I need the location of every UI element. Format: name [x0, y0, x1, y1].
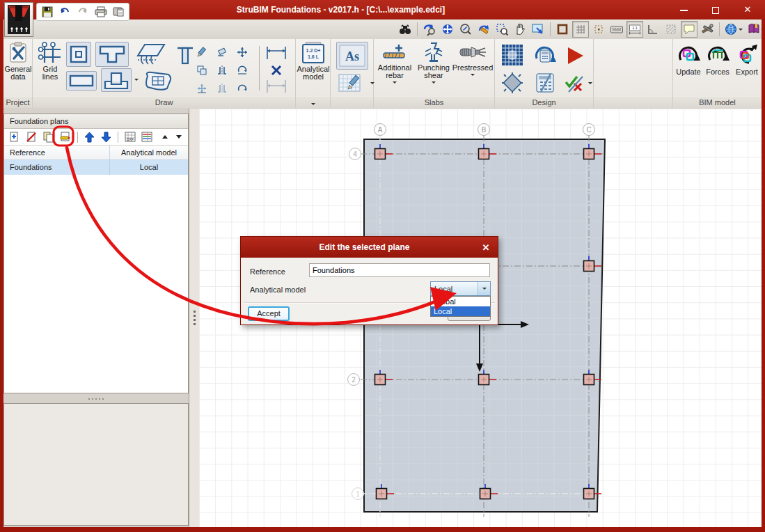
save-button[interactable]: [40, 4, 55, 19]
bim-update-button[interactable]: Update: [675, 43, 702, 76]
panel-splitter-horizontal[interactable]: [3, 394, 189, 403]
comments-toggle-button[interactable]: [681, 21, 697, 38]
analytical-dropdown-arrow[interactable]: [311, 103, 315, 105]
analytical-model-combobox[interactable]: Local: [430, 281, 491, 296]
zoom-extents-button[interactable]: [439, 21, 456, 38]
delete-dimension-button[interactable]: [264, 63, 289, 78]
add-plan-button[interactable]: [7, 130, 22, 144]
grid-toggle-button[interactable]: [572, 21, 589, 38]
strip-footing-button[interactable]: [66, 71, 97, 91]
rebar-text-button[interactable]: As: [336, 42, 368, 70]
slab-rebar-button[interactable]: [133, 40, 169, 68]
mirror-copy-button[interactable]: [215, 63, 229, 77]
snap-center-button[interactable]: [590, 21, 607, 38]
punching-shear-button[interactable]: Punching shear: [416, 42, 452, 84]
additional-rebar-dropdown-arrow[interactable]: [393, 81, 397, 84]
redo-button[interactable]: [75, 4, 90, 19]
edit-element-button[interactable]: [195, 45, 209, 59]
angle-button[interactable]: [645, 21, 661, 38]
move-element-button[interactable]: [235, 45, 249, 59]
search-binoculars-button[interactable]: [397, 21, 413, 38]
foundation-slab[interactable]: [364, 139, 605, 512]
copy-plan-button[interactable]: [41, 130, 56, 144]
combobox-arrow[interactable]: [478, 282, 490, 295]
edit-mesh-button[interactable]: [336, 72, 368, 93]
general-data-button[interactable]: General data: [4, 42, 32, 81]
inverted-t-dropdown-arrow[interactable]: [134, 79, 139, 81]
delete-plan-button[interactable]: [24, 130, 38, 144]
import-dxf-button[interactable]: DXF: [123, 130, 137, 144]
calculate-run-button[interactable]: [562, 43, 588, 68]
option-local[interactable]: Local: [431, 306, 490, 316]
collapse-up-button[interactable]: [159, 130, 171, 144]
mesh-view-button[interactable]: [499, 42, 526, 68]
pan-button[interactable]: [512, 21, 528, 38]
move-plan-up-button[interactable]: [82, 130, 97, 144]
screen-capture-button[interactable]: [530, 21, 546, 38]
language-button[interactable]: [723, 21, 744, 38]
grid-number-1: 1: [356, 490, 360, 498]
move-group-button[interactable]: [195, 81, 209, 95]
close-button[interactable]: ✕: [732, 0, 764, 19]
print-preview-button[interactable]: [111, 4, 126, 19]
keyboard-entry-button[interactable]: [608, 21, 625, 38]
dialog-close-button[interactable]: ✕: [474, 242, 498, 253]
punching-shear-dropdown-arrow[interactable]: [432, 81, 436, 84]
zoom-window-button[interactable]: [494, 21, 510, 38]
print-button[interactable]: [93, 4, 109, 19]
recalculate-button[interactable]: [531, 42, 559, 70]
mirror-element-button[interactable]: [215, 81, 229, 95]
delete-element-button[interactable]: [215, 45, 229, 59]
undo-button[interactable]: [58, 4, 73, 19]
reference-input[interactable]: [309, 263, 490, 277]
accept-button[interactable]: Accept: [248, 306, 290, 321]
toolbar-separator: [719, 22, 720, 36]
plan-row-foundations[interactable]: Foundations Local: [4, 160, 188, 175]
bim-export-button[interactable]: Export: [733, 43, 761, 76]
add-dimension-button[interactable]: [264, 45, 289, 61]
maximize-button[interactable]: [700, 0, 732, 19]
copy-element-button[interactable]: [195, 63, 209, 77]
check-dropdown-arrow[interactable]: [588, 82, 592, 84]
dxf-layers-button[interactable]: [140, 130, 155, 144]
design-options-button[interactable]: [531, 71, 559, 95]
config-tools-button[interactable]: [699, 21, 716, 38]
panel-splitter-vertical[interactable]: [189, 109, 199, 527]
rotate-element-button[interactable]: [235, 81, 249, 95]
additional-rebar-button[interactable]: Additional rebar: [375, 42, 414, 84]
preview-panel: 3D: [3, 403, 189, 526]
rotate-copy-icon: [237, 65, 248, 76]
text-tools-group-label: [331, 96, 373, 108]
analytical-model-button[interactable]: 1.2 D+1.6 L Analytical model: [298, 42, 329, 81]
dimension-toggle-button[interactable]: 1.1: [626, 21, 643, 38]
collapse-down-button[interactable]: [173, 130, 186, 144]
pad-footing-button[interactable]: [66, 42, 91, 67]
redraw-button[interactable]: [475, 21, 492, 38]
minimize-button[interactable]: [668, 0, 700, 19]
column-header-reference[interactable]: Reference: [4, 146, 110, 159]
toolbar-separator: [259, 46, 260, 91]
footing-beam-button[interactable]: [95, 42, 129, 67]
mat-foundation-button[interactable]: [141, 68, 175, 93]
language-dropdown-arrow: [739, 29, 743, 31]
prestressed-button[interactable]: Prestressed: [452, 42, 494, 76]
bim-forces-button[interactable]: Forces: [704, 43, 732, 76]
edit-plan-button[interactable]: [58, 130, 72, 144]
grid-lines-button[interactable]: Grid lines: [37, 42, 63, 81]
frame-toggle-button[interactable]: [554, 21, 571, 38]
column-header-analytical[interactable]: Analytical model: [110, 146, 188, 159]
option-global[interactable]: Global: [431, 297, 490, 306]
zoom-scale-button[interactable]: [457, 21, 474, 38]
deformed-mesh-button[interactable]: [499, 70, 526, 95]
move-plan-down-button[interactable]: [99, 130, 113, 144]
analytical-model-label: Analytical model: [297, 65, 329, 81]
hatch-toggle-button[interactable]: [663, 21, 679, 38]
zoom-previous-button[interactable]: [421, 21, 438, 38]
app-logo[interactable]: [4, 2, 33, 37]
rotate-copy-button[interactable]: [235, 63, 249, 77]
check-elements-button[interactable]: [562, 72, 587, 95]
prestressed-dropdown-arrow[interactable]: [471, 74, 475, 76]
mirror-icon: [216, 83, 228, 94]
edit-dimension-button[interactable]: [264, 78, 289, 95]
inverted-t-footing-button[interactable]: [101, 68, 132, 92]
